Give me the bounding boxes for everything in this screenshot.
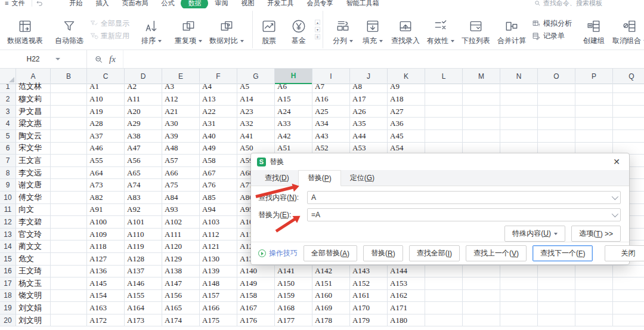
cell-A4[interactable]: 梁文惠 (16, 118, 51, 130)
cell-B16[interactable] (51, 266, 87, 278)
chevron-down-icon[interactable] (55, 58, 60, 60)
dialog-titlebar[interactable]: S 替换 ✕ (251, 153, 629, 170)
cell-A8[interactable]: 李文远 (16, 167, 51, 180)
dialog-button-全部替换[interactable]: 全部替换(A) (304, 245, 357, 261)
cell-J16[interactable]: A143 (350, 266, 388, 278)
cell-N5[interactable] (500, 130, 538, 143)
cell-I2[interactable]: A16 (312, 93, 350, 106)
cell-K2[interactable]: A18 (388, 93, 425, 106)
undo-icon[interactable] (35, 0, 45, 8)
cell-H1[interactable]: A6 (275, 81, 312, 94)
cell-F17[interactable]: A148 (200, 277, 237, 290)
cell-P4[interactable] (575, 118, 613, 130)
cell-K20[interactable]: A180 (388, 314, 425, 327)
name-box[interactable]: H22 (0, 50, 87, 68)
cell-K1[interactable]: A9 (388, 81, 425, 94)
cell-N17[interactable] (500, 277, 538, 290)
cell-D9[interactable]: A74 (125, 179, 162, 192)
cell-I1[interactable]: A7 (312, 81, 350, 94)
row-header-16[interactable]: 16 (0, 266, 16, 278)
cell-D1[interactable]: A2 (125, 81, 162, 94)
cell-B9[interactable] (51, 179, 87, 192)
cell-I5[interactable]: A43 (312, 130, 350, 143)
cell-C15[interactable]: A127 (87, 253, 125, 266)
cell-D18[interactable]: A155 (125, 290, 162, 303)
row-header-3[interactable]: 3 (0, 106, 16, 118)
cell-F2[interactable]: A13 (200, 93, 237, 106)
cell-L3[interactable] (425, 106, 463, 118)
cell-P17[interactable] (575, 277, 613, 290)
cell-M17[interactable] (463, 277, 500, 290)
cell-C13[interactable]: A109 (87, 229, 125, 241)
cell-D2[interactable]: A11 (125, 93, 162, 106)
cell-P18[interactable] (575, 290, 613, 303)
cell-H19[interactable]: A168 (275, 302, 312, 314)
cell-O19[interactable] (538, 302, 575, 314)
cell-O16[interactable] (538, 266, 575, 278)
cell-K17[interactable]: A153 (388, 277, 425, 290)
cell-B7[interactable] (51, 155, 87, 167)
cell-C19[interactable]: A163 (87, 302, 125, 314)
cell-G3[interactable]: A23 (237, 106, 275, 118)
cell-C6[interactable]: A46 (87, 143, 125, 155)
cell-I3[interactable]: A25 (312, 106, 350, 118)
dialog-button-替换[interactable]: 替换(R) (363, 245, 403, 261)
menu-tab-视图[interactable]: 视图 (234, 0, 261, 8)
cell-I17[interactable]: A151 (312, 277, 350, 290)
ribbon-button-数据对比[interactable]: 数据对比 (206, 11, 247, 48)
cell-H17[interactable]: A150 (275, 277, 312, 290)
cell-F7[interactable]: A58 (200, 155, 237, 167)
menu-tab-审阅[interactable]: 审阅 (208, 0, 234, 8)
cell-I20[interactable]: A178 (312, 314, 350, 327)
cell-D8[interactable]: A65 (125, 167, 162, 180)
cell-M20[interactable] (463, 314, 500, 327)
cell-O1[interactable] (538, 81, 575, 94)
cell-A11[interactable]: 向文 (16, 204, 51, 217)
dialog-tab-替换[interactable]: 替换(P) (298, 170, 341, 186)
cell-L18[interactable] (425, 290, 463, 303)
close-icon[interactable]: ✕ (610, 157, 623, 166)
cell-K16[interactable]: A144 (388, 266, 425, 278)
cell-N16[interactable] (500, 266, 538, 278)
cell-B10[interactable] (51, 192, 87, 204)
cell-B11[interactable] (51, 204, 87, 217)
row-header-2[interactable]: 2 (0, 93, 16, 106)
cell-C7[interactable]: A55 (87, 155, 125, 167)
cell-F3[interactable]: A22 (200, 106, 237, 118)
cell-D15[interactable]: A128 (125, 253, 162, 266)
cell-P16[interactable] (575, 266, 613, 278)
cell-B14[interactable] (51, 240, 87, 253)
cell-O4[interactable] (538, 118, 575, 130)
cell-E5[interactable]: A39 (162, 130, 200, 143)
ribbon-button-有效性[interactable]: 有效性 (423, 11, 458, 48)
cell-D3[interactable]: A20 (125, 106, 162, 118)
row-header-9[interactable]: 9 (0, 179, 16, 192)
row-header-14[interactable]: 14 (0, 240, 16, 253)
dialog-tab-定位[interactable]: 定位(G) (341, 170, 383, 186)
cell-G2[interactable]: A14 (237, 93, 275, 106)
cell-D17[interactable]: A146 (125, 277, 162, 290)
chevron-down-icon[interactable] (612, 211, 618, 217)
cell-E10[interactable]: A84 (162, 192, 200, 204)
dialog-button-查找全部[interactable]: 查找全部(I) (409, 245, 460, 261)
cell-F11[interactable]: A94 (200, 204, 237, 217)
cell-I4[interactable]: A34 (312, 118, 350, 130)
cell-P5[interactable] (575, 130, 613, 143)
cell-N2[interactable] (500, 93, 538, 106)
cell-P3[interactable] (575, 106, 613, 118)
cell-B1[interactable] (51, 81, 87, 94)
cell-B2[interactable] (51, 93, 87, 106)
cell-Q4[interactable] (613, 118, 644, 130)
cell-A12[interactable]: 李文碧 (16, 216, 51, 229)
search-box[interactable]: 查找命令、搜索模板 (534, 0, 602, 8)
cell-M4[interactable] (463, 118, 500, 130)
ribbon-button-重复项[interactable]: 重复项 (171, 11, 206, 48)
close-button[interactable]: 关闭 (605, 245, 644, 261)
cell-A1[interactable]: 范文林 (16, 81, 51, 94)
cell-L20[interactable] (425, 314, 463, 327)
cell-F14[interactable]: A121 (200, 240, 237, 253)
cell-L17[interactable] (425, 277, 463, 290)
cell-O20[interactable] (538, 314, 575, 327)
formula-input[interactable] (123, 50, 644, 68)
cell-E8[interactable]: A66 (162, 167, 200, 180)
